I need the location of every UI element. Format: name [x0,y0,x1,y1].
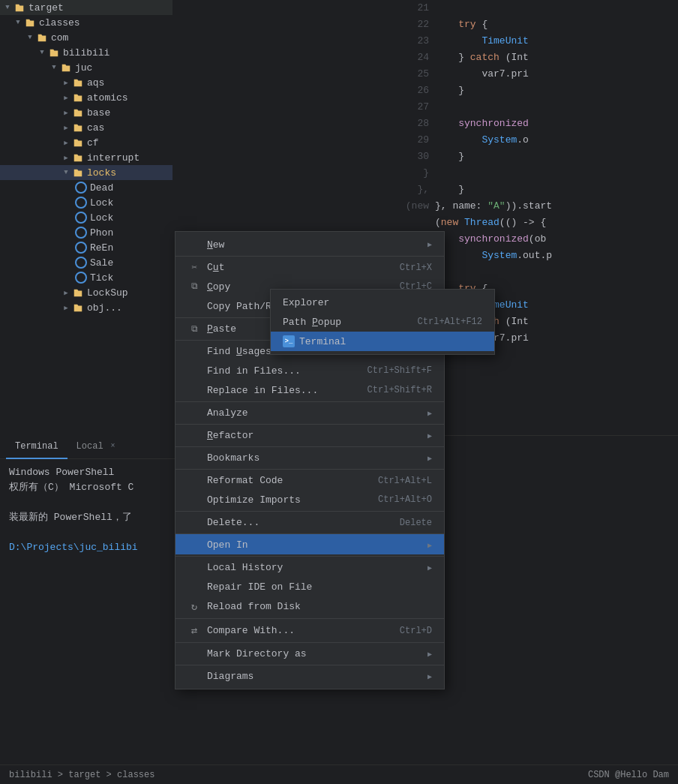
cut-shortcut: Ctrl+X [400,263,432,273]
tree-label-com: com [51,32,68,44]
tree-label-base: base [87,107,110,119]
tree-label-lock1: Lock [90,197,113,209]
tree-item-cf[interactable]: ▶ cf [0,135,172,150]
tree-item-dead[interactable]: Dead [0,180,172,195]
submenu-item-path-popup[interactable]: Path Popup Ctrl+Alt+F12 [271,312,494,332]
tab-local-label: Local [76,441,104,452]
tree-item-bilibili[interactable]: ▼ bilibili [0,45,172,60]
terminal-badge-icon: >_ [283,335,295,347]
reload-icon: ↻ [188,600,201,613]
tree-arrow-target: ▼ [3,3,12,12]
tree-item-interrupt[interactable]: ▶ interrupt [0,150,172,165]
compare-shortcut: Ctrl+D [400,626,432,636]
tab-terminal[interactable]: Terminal [6,435,68,459]
status-bar: bilibili > target > classes CSDN @Hello … [0,764,678,784]
path-popup-shortcut: Ctrl+Alt+F12 [418,317,482,327]
tree-item-sale[interactable]: Sale [0,255,172,270]
menu-label-cut: Cut [207,262,382,273]
menu-item-analyze[interactable]: Analyze ▶ [176,401,444,422]
menu-label-open-in: Open In [207,539,422,551]
tab-local[interactable]: Local × [68,435,128,459]
tree-item-juc[interactable]: ▼ juc [0,60,172,75]
tree-label-phon: Phon [90,227,113,239]
tree-item-locks[interactable]: ▼ locks [0,165,172,180]
new-arrow: ▶ [428,240,432,249]
menu-label-optimize: Optimize Imports [207,494,360,506]
tree-label-atomics: atomics [87,92,128,104]
tree-item-com[interactable]: ▼ com [0,30,172,45]
tree-item-target[interactable]: ▼ target [0,0,172,15]
menu-label-reload: Reload from Disk [207,601,432,612]
menu-label-new: New [207,239,422,251]
tree-label-reen: ReEn [90,242,113,254]
menu-item-reformat[interactable]: Reformat Code Ctrl+Alt+L [176,469,444,490]
submenu-item-explorer[interactable]: Explorer [271,293,494,312]
copy-icon: ⧉ [188,281,201,292]
tree-label-classes: classes [39,17,80,29]
compare-icon: ⇄ [188,624,201,637]
tree-item-locksup[interactable]: ▶ LockSup [0,285,172,300]
tree-label-cf: cf [87,137,99,149]
menu-item-cut[interactable]: ✂ Cut Ctrl+X [176,256,444,277]
menu-label-repair-ide: Repair IDE on File [207,581,432,593]
menu-item-local-history[interactable]: Local History ▶ [176,556,444,577]
tree-item-lock2[interactable]: Lock [0,210,172,225]
menu-label-find-files: Find in Files... [207,365,350,377]
menu-item-repair-ide[interactable]: Repair IDE on File [176,577,444,596]
menu-item-compare[interactable]: ⇄ Compare With... Ctrl+D [176,618,444,641]
find-files-shortcut: Ctrl+Shift+F [368,365,432,376]
menu-label-delete: Delete... [207,517,382,528]
reformat-shortcut: Ctrl+Alt+L [378,476,432,486]
menu-item-refactor[interactable]: Refactor ▶ [176,424,444,445]
menu-label-diagrams: Diagrams [207,671,422,682]
tree-label-obj: obj... [87,302,122,314]
menu-item-find-files[interactable]: Find in Files... Ctrl+Shift+F [176,361,444,380]
menu-item-reload[interactable]: ↻ Reload from Disk [176,596,444,617]
menu-item-diagrams[interactable]: Diagrams ▶ [176,665,444,686]
tree-item-aqs[interactable]: ▶ aqs [0,75,172,90]
tree-label-juc: juc [75,62,92,74]
tree-item-lock1[interactable]: Lock [0,195,172,210]
tree-item-base[interactable]: ▶ base [0,105,172,120]
tree-item-cas[interactable]: ▶ cas [0,120,172,135]
menu-item-bookmarks[interactable]: Bookmarks ▶ [176,446,444,467]
submenu-label-path-popup: Path Popup [283,317,418,328]
status-right: CSDN @Hello Dam [588,770,669,780]
menu-item-open-in[interactable]: Open In ▶ [176,533,444,554]
tree-item-classes[interactable]: ▼ classes [0,15,172,30]
submenu-item-terminal[interactable]: >_ Terminal [271,332,494,351]
paste-icon: ⧉ [188,324,201,335]
menu-label-reformat: Reformat Code [207,475,360,486]
tree-item-reen[interactable]: ReEn [0,240,172,255]
tree-label-sale: Sale [90,257,113,269]
cut-icon: ✂ [188,262,201,273]
code-editor: 21 22 23 24 25 26 27 28 29 30 } }, (new … [405,0,678,435]
mark-directory-arrow: ▶ [428,650,432,659]
tree-item-tick[interactable]: Tick [0,270,172,285]
tree-label-bilibili: bilibili [63,47,110,59]
tree-item-phon[interactable]: Phon [0,225,172,240]
tree-label-tick: Tick [90,272,113,284]
tree-label-target: target [28,2,64,14]
local-history-arrow: ▶ [428,563,432,572]
menu-label-local-history: Local History [207,562,422,573]
tree-label-lock2: Lock [90,212,113,224]
menu-item-replace-files[interactable]: Replace in Files... Ctrl+Shift+R [176,380,444,400]
line-numbers: 21 22 23 24 25 26 27 28 29 30 } }, (new [405,0,435,215]
menu-item-optimize[interactable]: Optimize Imports Ctrl+Alt+O [176,490,444,509]
menu-label-refactor: Refactor [207,430,422,441]
menu-item-new[interactable]: New ▶ [176,235,444,254]
tree-item-atomics[interactable]: ▶ atomics [0,90,172,105]
menu-label-mark-directory: Mark Directory as [207,648,422,659]
menu-label-replace-files: Replace in Files... [207,385,350,396]
tab-local-close[interactable]: × [108,441,118,452]
menu-label-bookmarks: Bookmarks [207,452,422,464]
menu-label-compare: Compare With... [207,625,382,636]
menu-item-delete[interactable]: Delete... Delete [176,511,444,532]
tree-label-dead: Dead [90,182,113,194]
submenu-label-terminal: Terminal [299,336,482,347]
menu-item-mark-directory[interactable]: Mark Directory as ▶ [176,642,444,663]
bookmarks-arrow: ▶ [428,454,432,463]
analyze-arrow: ▶ [428,409,432,418]
tree-item-obj[interactable]: ▶ obj... [0,300,172,315]
